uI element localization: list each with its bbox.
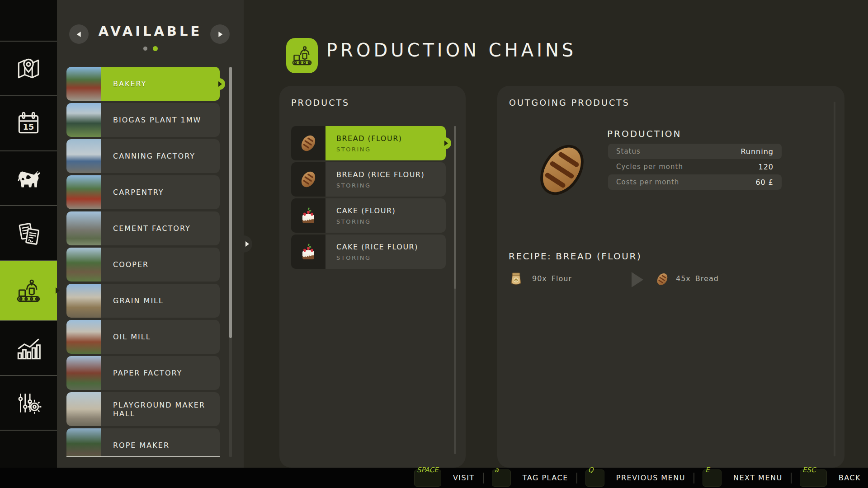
table-row-cycles: Cycles per month 120 bbox=[608, 159, 782, 174]
building-item-canning-factory[interactable]: CANNING FACTORY bbox=[66, 139, 220, 173]
product-status: STORING bbox=[336, 182, 446, 189]
row-value: 60 £ bbox=[755, 178, 774, 187]
flour-bag-icon bbox=[510, 272, 522, 288]
hint-back[interactable]: ESC BACK bbox=[800, 469, 861, 487]
production-icon bbox=[14, 276, 43, 305]
building-item-paper-factory[interactable]: PAPER FACTORY bbox=[66, 356, 220, 390]
building-label: BAKERY bbox=[113, 80, 146, 88]
pagination-dots bbox=[57, 46, 244, 51]
product-status: STORING bbox=[336, 218, 446, 225]
page-next-button[interactable] bbox=[210, 24, 230, 44]
product-status: STORING bbox=[336, 146, 446, 153]
statistics-icon bbox=[14, 333, 43, 363]
hint-action-previous-menu: PREVIOUS MENU bbox=[616, 474, 685, 482]
sidebar-item-contracts[interactable] bbox=[0, 205, 57, 260]
building-thumbnail bbox=[66, 175, 101, 209]
product-status: STORING bbox=[336, 254, 446, 261]
sidebar-spacer bbox=[0, 0, 57, 41]
bread-icon bbox=[291, 162, 326, 197]
map-icon bbox=[14, 54, 43, 84]
contracts-icon bbox=[14, 218, 43, 248]
building-thumbnail bbox=[66, 428, 101, 457]
building-thumbnail bbox=[66, 103, 101, 137]
product-label: BREAD (RICE FLOUR) bbox=[336, 170, 446, 179]
sidebar-item-statistics[interactable] bbox=[0, 320, 57, 375]
row-label: Cycles per month bbox=[616, 163, 683, 171]
hint-action-visit: VISIT bbox=[453, 474, 475, 482]
key-space: SPACE bbox=[414, 469, 441, 487]
panel-expand-button[interactable] bbox=[235, 235, 252, 253]
outgoing-scrollbar[interactable] bbox=[834, 102, 835, 456]
building-item-oil-mill[interactable]: OIL MILL bbox=[66, 320, 220, 354]
hint-action-tag-place: TAG PLACE bbox=[523, 474, 568, 482]
building-label: BIOGAS PLANT 1MW bbox=[113, 116, 201, 124]
product-item-cake-flour[interactable]: CAKE (FLOUR) STORING bbox=[291, 198, 446, 233]
hint-tag-place[interactable]: a TAG PLACE bbox=[492, 469, 568, 487]
products-scrollbar[interactable] bbox=[454, 126, 456, 454]
key-label: E bbox=[705, 466, 709, 474]
key-a: a bbox=[492, 469, 511, 487]
recipe-output-qty: 45x bbox=[676, 274, 691, 283]
building-item-cooper[interactable]: COOPER bbox=[66, 248, 220, 282]
products-panel-title: PRODUCTS bbox=[291, 98, 349, 108]
building-thumbnail bbox=[66, 211, 101, 245]
building-item-biogas-plant[interactable]: BIOGAS PLANT 1MW bbox=[66, 103, 220, 137]
product-label: CAKE (FLOUR) bbox=[336, 206, 446, 215]
production-chains-icon bbox=[289, 43, 315, 68]
outgoing-panel-title: OUTGOING PRODUCTS bbox=[509, 98, 630, 108]
product-item-bread-rice-flour[interactable]: BREAD (RICE FLOUR) STORING bbox=[291, 162, 446, 197]
outgoing-products-panel: OUTGOING PRODUCTS PRODUCTION Status Runn… bbox=[497, 86, 844, 468]
recipe-input: 90xFlour bbox=[532, 274, 576, 283]
row-value: 120 bbox=[758, 163, 774, 171]
cow-icon bbox=[14, 164, 43, 193]
calendar-day-label: 15 bbox=[23, 122, 34, 131]
key-e: E bbox=[703, 469, 722, 487]
building-item-cement-factory[interactable]: CEMENT FACTORY bbox=[66, 211, 220, 245]
sidebar-item-map[interactable] bbox=[0, 41, 57, 95]
recipe-input-qty: 90x bbox=[532, 274, 547, 283]
settings-icon bbox=[14, 388, 43, 418]
product-item-cake-rice-flour[interactable]: CAKE (RICE FLOUR) STORING bbox=[291, 235, 446, 269]
key-label: Q bbox=[588, 466, 594, 474]
building-label: ROPE MAKER bbox=[113, 441, 170, 450]
building-label: CEMENT FACTORY bbox=[113, 224, 191, 233]
table-row-costs: Costs per month 60 £ bbox=[608, 174, 782, 190]
hint-separator bbox=[483, 473, 484, 483]
building-thumbnail bbox=[66, 248, 101, 282]
hint-previous-menu[interactable]: Q PREVIOUS MENU bbox=[585, 469, 685, 487]
building-item-carpentry[interactable]: CARPENTRY bbox=[66, 175, 220, 209]
list-divider bbox=[66, 456, 220, 457]
scrollbar-thumb[interactable] bbox=[454, 126, 456, 289]
recipe-input-name: Flour bbox=[552, 274, 572, 283]
building-list: BAKERY BIOGAS PLANT 1MW CANNING FACTORY … bbox=[66, 67, 229, 457]
building-label: PLAYGROUND MAKER HALL bbox=[113, 401, 220, 418]
building-panel: AVAILABLE BAKERY BIOGAS PLANT 1MW CANNIN… bbox=[57, 0, 244, 468]
pagination-dot-active bbox=[153, 46, 158, 51]
key-label: SPACE bbox=[417, 466, 439, 474]
product-item-bread-flour[interactable]: BREAD (FLOUR) STORING bbox=[291, 126, 446, 160]
building-item-grain-mill[interactable]: GRAIN MILL bbox=[66, 284, 220, 318]
product-label: BREAD (FLOUR) bbox=[336, 134, 446, 143]
sidebar-item-settings[interactable] bbox=[0, 375, 57, 430]
game-screen: 15 bbox=[0, 0, 868, 488]
sidebar-item-calendar[interactable]: 15 bbox=[0, 95, 57, 150]
production-table: Status Running Cycles per month 120 Cost… bbox=[608, 144, 782, 190]
building-thumbnail bbox=[66, 392, 101, 426]
scrollbar-thumb[interactable] bbox=[229, 67, 232, 338]
recipe-arrow-icon bbox=[632, 272, 644, 289]
building-label: CANNING FACTORY bbox=[113, 152, 195, 160]
building-list-scrollbar[interactable] bbox=[229, 67, 232, 457]
recipe-output-name: Bread bbox=[695, 274, 719, 283]
hint-visit[interactable]: SPACE VISIT bbox=[414, 469, 475, 487]
key-label: ESC bbox=[802, 466, 816, 474]
hint-next-menu[interactable]: E NEXT MENU bbox=[703, 469, 783, 487]
building-item-playground-maker-hall[interactable]: PLAYGROUND MAKER HALL bbox=[66, 392, 220, 426]
hint-action-back: BACK bbox=[839, 474, 861, 482]
production-section-title: PRODUCTION bbox=[607, 128, 682, 139]
products-panel: PRODUCTS BREAD (FLOUR) STORING bbox=[279, 86, 466, 468]
building-item-rope-maker[interactable]: ROPE MAKER bbox=[66, 428, 220, 457]
sidebar-item-production[interactable] bbox=[0, 260, 57, 320]
sidebar-item-animals[interactable] bbox=[0, 150, 57, 205]
building-item-bakery[interactable]: BAKERY bbox=[66, 67, 220, 101]
sidebar: 15 bbox=[0, 0, 57, 488]
